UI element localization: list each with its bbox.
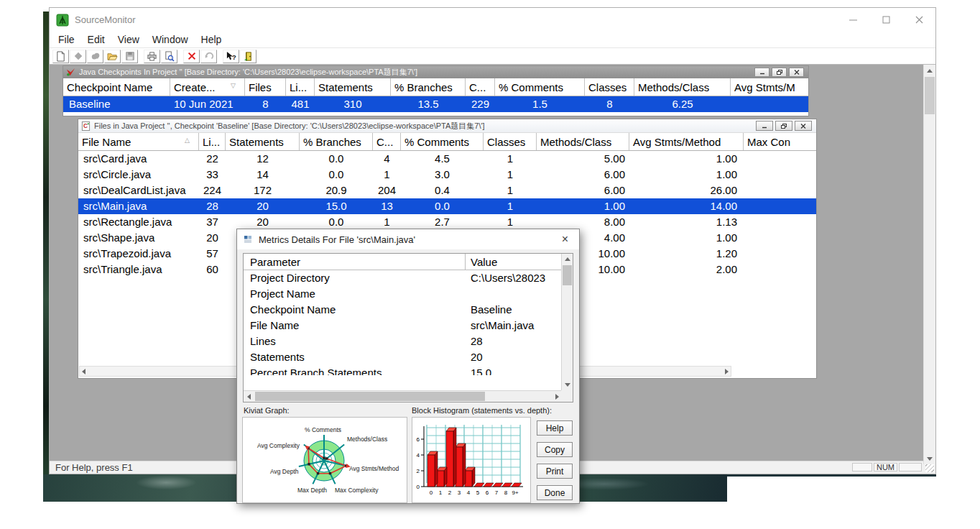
cell-lines: 33 (199, 167, 226, 183)
column-header-methods-class[interactable]: Methods/Class (537, 133, 629, 150)
done-button[interactable]: Done (537, 485, 573, 500)
column-header-lines[interactable]: Li... (199, 133, 226, 150)
column-header-avg-stmts-method[interactable]: Avg Stmts/Method (629, 133, 744, 150)
new-document-button[interactable] (52, 50, 69, 63)
metric-row[interactable]: File Name src\Main.java (244, 318, 563, 334)
resize-grip-icon[interactable] (925, 464, 934, 472)
minimize-icon[interactable] (754, 68, 769, 77)
restore-icon[interactable] (772, 68, 787, 77)
metric-row[interactable]: Statements 20 (244, 349, 563, 365)
column-header-calls[interactable]: C... (466, 78, 495, 96)
print-button[interactable]: Print (537, 464, 573, 479)
files-window-titlebar[interactable]: C Files in Java Project '', Checkpoint '… (78, 119, 816, 133)
column-header-lines[interactable]: Li... (286, 78, 315, 96)
sourcemonitor-app-icon (56, 14, 69, 27)
column-header-avg-stmts[interactable]: Avg Stmts/M (731, 78, 808, 96)
app-titlebar[interactable]: SourceMonitor (50, 8, 935, 32)
dialog-horizontal-scrollbar[interactable] (244, 390, 563, 402)
close-icon[interactable] (789, 68, 804, 77)
minimize-icon[interactable] (756, 121, 773, 131)
column-header-comments[interactable]: % Comments (401, 133, 484, 150)
column-header-comments[interactable]: % Comments (495, 78, 585, 96)
metric-row[interactable]: Project Name (244, 286, 563, 302)
menu-item[interactable]: File (52, 32, 81, 47)
file-row[interactable]: src\Card.java 22 12 0.0 4 4.5 1 5.00 1.0… (78, 151, 816, 167)
column-header-classes[interactable]: Classes (484, 133, 537, 150)
open-project-icon (107, 51, 118, 62)
svg-text:2: 2 (417, 468, 420, 474)
checkpoint-row-baseline[interactable]: Baseline 10 Jun 2021 8 481 310 13.5 229 … (63, 96, 808, 112)
file-row[interactable]: src\DealCardList.java 224 172 20.9 204 0… (78, 183, 816, 198)
scroll-right-icon[interactable] (725, 369, 729, 374)
column-header-statements[interactable]: Statements (315, 78, 391, 96)
scroll-left-icon[interactable] (244, 391, 254, 402)
scrollbar-thumb[interactable] (255, 392, 485, 401)
metric-row[interactable]: Checkpoint Name Baseline (244, 302, 563, 318)
file-row[interactable]: src\Main.java 28 20 15.0 13 0.0 1 1.00 1… (78, 198, 816, 214)
scroll-left-icon[interactable] (82, 369, 85, 374)
copy-button[interactable]: Copy (537, 442, 573, 457)
cell-lines: 224 (199, 183, 226, 198)
column-header-checkpoint-name[interactable]: Checkpoint Name (63, 78, 170, 96)
close-icon[interactable] (795, 121, 812, 131)
cell-methods-class: 5.00 (537, 151, 629, 167)
column-header-create[interactable]: Create...▽ (170, 78, 245, 96)
desktop: SourceMonitor FileEditViewWindowHelp (0, 0, 980, 529)
cell-classes: 8 (585, 96, 634, 112)
column-header-parameter[interactable]: Parameter (244, 254, 466, 270)
scroll-up-icon[interactable] (924, 65, 935, 76)
dialog-vertical-scrollbar[interactable] (561, 254, 573, 390)
delete-button[interactable] (183, 50, 200, 63)
restore-icon[interactable] (775, 121, 792, 131)
column-header-file-name[interactable]: File Name△ (78, 133, 199, 150)
menu-item[interactable]: Edit (81, 32, 111, 47)
print-preview-button[interactable] (161, 50, 177, 63)
checkpoint-diamond-icon (73, 51, 83, 61)
main-vertical-scrollbar[interactable] (923, 65, 935, 464)
scrollbar-thumb[interactable] (925, 77, 935, 114)
column-header-branches[interactable]: % Branches (391, 78, 466, 96)
close-icon[interactable]: × (558, 234, 573, 245)
column-header-branches[interactable]: % Branches (300, 133, 373, 150)
cell-comments: 4.5 (401, 151, 484, 167)
column-header-methods-class[interactable]: Methods/Class (634, 78, 731, 96)
cell-file-name: src\Circle.java (78, 167, 199, 183)
menu-item[interactable]: Help (195, 32, 228, 47)
column-header-files[interactable]: Files (245, 78, 286, 96)
file-row[interactable]: src\Circle.java 33 14 0.0 1 3.0 1 6.00 1… (78, 167, 816, 183)
cell-branches: 20.9 (300, 183, 373, 198)
exit-button[interactable] (240, 50, 256, 63)
dialog-titlebar[interactable]: Metrics Details For File 'src\Main.java'… (237, 229, 579, 249)
minimize-icon[interactable] (836, 8, 869, 32)
help-button[interactable]: Help (537, 420, 573, 436)
file-row[interactable]: src\Rectangle.java 37 20 0.0 1 2.7 1 8.0… (78, 214, 816, 230)
scroll-down-icon[interactable] (562, 380, 573, 390)
context-help-button[interactable]: ? (223, 50, 239, 63)
column-header-classes[interactable]: Classes (585, 78, 634, 96)
mdi-client-area: Java Checkpoints In Project '' [Base Dir… (50, 65, 935, 461)
svg-text:Max Depth: Max Depth (297, 487, 327, 494)
status-pane-cap (852, 463, 872, 472)
checkpoints-window-titlebar[interactable]: Java Checkpoints In Project '' [Base Dir… (63, 66, 808, 78)
svg-text:?: ? (232, 53, 236, 60)
metric-row[interactable]: Percent Branch Statements 15.0 (244, 365, 563, 375)
metrics-list: Parameter Value Project Directory C:\Use… (243, 253, 573, 402)
metric-row[interactable]: Project Directory C:\Users\28023 (244, 270, 563, 286)
menu-item[interactable]: Window (146, 32, 195, 47)
metric-row[interactable]: Lines 28 (244, 334, 563, 349)
open-project-button[interactable] (104, 50, 121, 63)
menu-item[interactable]: View (111, 32, 146, 47)
close-icon[interactable] (902, 8, 935, 32)
print-button[interactable] (144, 50, 160, 63)
column-header-statements[interactable]: Statements (226, 133, 300, 150)
maximize-icon[interactable] (869, 8, 902, 32)
scroll-down-icon[interactable] (924, 453, 935, 464)
scroll-up-icon[interactable] (562, 254, 573, 264)
column-header-value[interactable]: Value (466, 254, 563, 270)
scrollbar-thumb[interactable] (563, 265, 572, 285)
svg-text:Methods/Class: Methods/Class (347, 436, 387, 443)
column-header-max-complexity[interactable]: Max Con (744, 133, 816, 150)
metric-value: C:\Users\28023 (466, 270, 563, 286)
files-window-icon: C (81, 121, 91, 131)
column-header-calls[interactable]: C... (373, 133, 401, 150)
